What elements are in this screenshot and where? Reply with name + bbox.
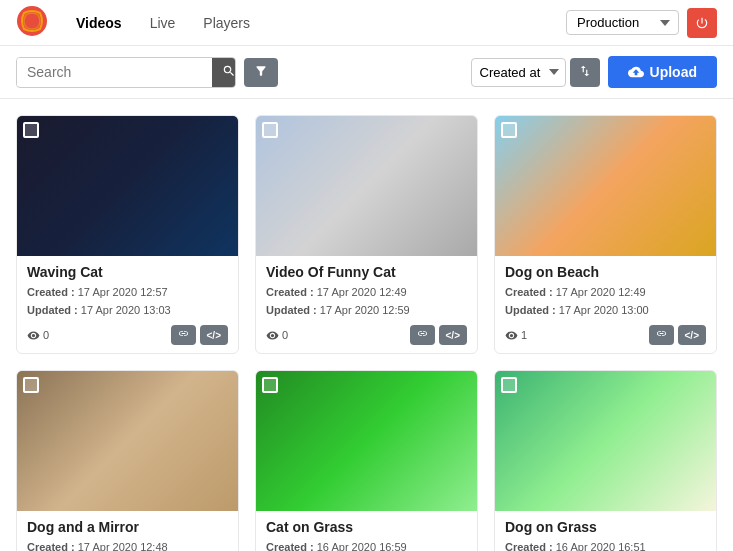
link-icon — [178, 328, 189, 339]
view-count: 0 — [27, 329, 49, 342]
video-card-v5: Cat on Grass Created : 16 Apr 2020 16:59… — [255, 370, 478, 551]
sort-select[interactable]: Created at Title Views Duration — [471, 58, 566, 87]
link-button[interactable] — [649, 325, 674, 345]
main-nav: Videos Live Players — [64, 11, 566, 35]
video-meta: Created : 17 Apr 2020 12:49 Updated : 17… — [266, 284, 467, 319]
card-footer: 0 </> — [266, 325, 467, 345]
search-input[interactable] — [17, 58, 212, 86]
select-checkbox[interactable] — [501, 377, 517, 393]
select-checkbox[interactable] — [262, 122, 278, 138]
upload-button[interactable]: Upload — [608, 56, 717, 88]
link-button[interactable] — [171, 325, 196, 345]
video-thumbnail[interactable] — [495, 116, 716, 256]
video-thumbnail[interactable] — [17, 371, 238, 511]
card-body: Cat on Grass Created : 16 Apr 2020 16:59… — [256, 511, 477, 551]
select-checkbox[interactable] — [501, 122, 517, 138]
video-title: Video Of Funny Cat — [266, 264, 467, 280]
nav-players[interactable]: Players — [191, 11, 262, 35]
card-actions: </> — [410, 325, 467, 345]
video-meta: Created : 17 Apr 2020 12:48 Updated : 17… — [27, 539, 228, 551]
video-title: Waving Cat — [27, 264, 228, 280]
video-meta: Created : 16 Apr 2020 16:59 Updated : 17… — [266, 539, 467, 551]
video-card-v4: Dog and a Mirror Created : 17 Apr 2020 1… — [16, 370, 239, 551]
video-thumbnail[interactable] — [256, 371, 477, 511]
video-meta: Created : 17 Apr 2020 12:49 Updated : 17… — [505, 284, 706, 319]
sort-direction-button[interactable] — [570, 58, 600, 87]
sort-dir-icon — [578, 64, 592, 78]
video-thumbnail[interactable] — [17, 116, 238, 256]
video-title: Cat on Grass — [266, 519, 467, 535]
embed-button[interactable]: </> — [439, 325, 467, 345]
video-title: Dog and a Mirror — [27, 519, 228, 535]
nav-videos[interactable]: Videos — [64, 11, 134, 35]
link-icon — [656, 328, 667, 339]
power-icon — [695, 16, 709, 30]
environment-select[interactable]: Production Staging Development — [566, 10, 679, 35]
search-button[interactable] — [212, 58, 236, 87]
card-actions: </> — [171, 325, 228, 345]
search-icon — [222, 64, 236, 78]
video-card-v6: Dog on Grass Created : 16 Apr 2020 16:51… — [494, 370, 717, 551]
select-checkbox[interactable] — [23, 122, 39, 138]
select-checkbox[interactable] — [262, 377, 278, 393]
video-title: Dog on Grass — [505, 519, 706, 535]
card-body: Video Of Funny Cat Created : 17 Apr 2020… — [256, 256, 477, 353]
search-wrapper — [16, 57, 236, 88]
video-meta: Created : 17 Apr 2020 12:57 Updated : 17… — [27, 284, 228, 319]
nav-live[interactable]: Live — [138, 11, 188, 35]
card-body: Dog on Beach Created : 17 Apr 2020 12:49… — [495, 256, 716, 353]
view-count: 1 — [505, 329, 527, 342]
video-card-v1: Waving Cat Created : 17 Apr 2020 12:57 U… — [16, 115, 239, 354]
embed-button[interactable]: </> — [200, 325, 228, 345]
video-grid: Waving Cat Created : 17 Apr 2020 12:57 U… — [0, 99, 733, 551]
link-button[interactable] — [410, 325, 435, 345]
eye-icon — [266, 329, 279, 342]
card-actions: </> — [649, 325, 706, 345]
header-right: Production Staging Development — [566, 8, 717, 38]
embed-button[interactable]: </> — [678, 325, 706, 345]
toolbar: Created at Title Views Duration Upload — [0, 46, 733, 99]
card-body: Waving Cat Created : 17 Apr 2020 12:57 U… — [17, 256, 238, 353]
video-card-v3: Dog on Beach Created : 17 Apr 2020 12:49… — [494, 115, 717, 354]
link-icon — [417, 328, 428, 339]
upload-icon — [628, 64, 644, 80]
filter-button[interactable] — [244, 58, 278, 87]
eye-icon — [505, 329, 518, 342]
card-body: Dog and a Mirror Created : 17 Apr 2020 1… — [17, 511, 238, 551]
video-title: Dog on Beach — [505, 264, 706, 280]
video-meta: Created : 16 Apr 2020 16:51 Updated : 17… — [505, 539, 706, 551]
power-button[interactable] — [687, 8, 717, 38]
video-card-v2: Video Of Funny Cat Created : 17 Apr 2020… — [255, 115, 478, 354]
view-count: 0 — [266, 329, 288, 342]
card-footer: 0 </> — [27, 325, 228, 345]
select-checkbox[interactable] — [23, 377, 39, 393]
logo — [16, 5, 64, 41]
sort-wrapper: Created at Title Views Duration — [471, 58, 600, 87]
video-thumbnail[interactable] — [495, 371, 716, 511]
card-footer: 1 </> — [505, 325, 706, 345]
video-thumbnail[interactable] — [256, 116, 477, 256]
card-body: Dog on Grass Created : 16 Apr 2020 16:51… — [495, 511, 716, 551]
header: Videos Live Players Production Staging D… — [0, 0, 733, 46]
eye-icon — [27, 329, 40, 342]
filter-icon — [254, 64, 268, 78]
